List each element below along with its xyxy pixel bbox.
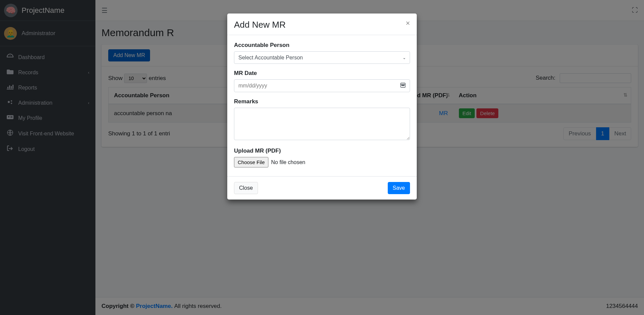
- file-status-text: No file chosen: [271, 159, 305, 165]
- remarks-textarea[interactable]: [234, 108, 410, 140]
- form-group-upload: Upload MR (PDF) Choose File No file chos…: [234, 148, 410, 167]
- close-button[interactable]: Close: [234, 182, 258, 194]
- close-icon[interactable]: ×: [406, 20, 410, 27]
- modal-body: Accountable Person Select Accountable Pe…: [227, 35, 417, 176]
- label-accountable-person: Accountable Person: [234, 42, 410, 49]
- mr-date-input[interactable]: [234, 79, 410, 92]
- label-upload: Upload MR (PDF): [234, 148, 410, 154]
- modal-footer: Close Save: [227, 176, 417, 200]
- form-group-person: Accountable Person Select Accountable Pe…: [234, 42, 410, 64]
- form-group-remarks: Remarks: [234, 98, 410, 141]
- form-group-date: MR Date: [234, 70, 410, 92]
- label-mr-date: MR Date: [234, 70, 410, 77]
- save-button[interactable]: Save: [388, 182, 410, 194]
- modal-title: Add New MR: [234, 20, 286, 30]
- label-remarks: Remarks: [234, 98, 410, 105]
- choose-file-button[interactable]: Choose File: [234, 157, 268, 167]
- add-mr-modal: Add New MR × Accountable Person Select A…: [227, 14, 417, 200]
- modal-header: Add New MR ×: [227, 14, 417, 35]
- accountable-person-select[interactable]: Select Accountable Person: [234, 51, 410, 64]
